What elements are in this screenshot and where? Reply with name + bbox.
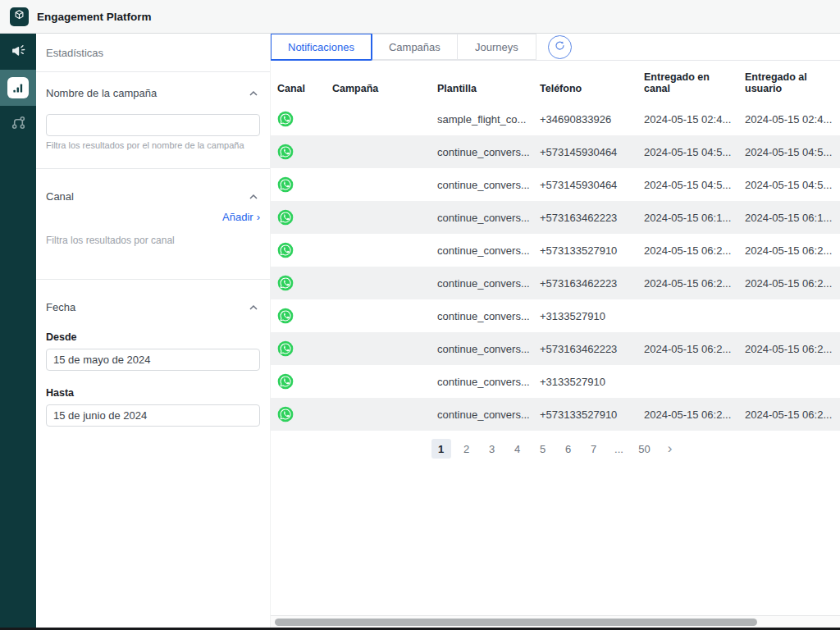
filter-date: Fecha Desde Hasta <box>36 280 270 446</box>
chevron-up-icon <box>249 190 258 203</box>
cell-phone: +3133527910 <box>540 365 644 398</box>
table-row: continue_convers... +573163462223 2024-0… <box>271 201 840 234</box>
campaign-name-input[interactable] <box>46 114 260 136</box>
cell-phone: +573145930464 <box>540 168 644 201</box>
tab-notificaciones[interactable]: Notificaciones <box>271 34 372 61</box>
sidebar-item-journeys[interactable] <box>0 106 36 142</box>
app-window: Engagement Platform <box>0 0 840 630</box>
table-row: sample_flight_co... +34690833926 2024-05… <box>271 103 840 135</box>
column-header: Entregado al usuario <box>745 66 840 103</box>
whatsapp-icon <box>277 176 327 193</box>
cell-phone: +573133527910 <box>540 398 644 431</box>
pagination-page-50[interactable]: 50 <box>635 439 655 459</box>
channel-helper-text: Filtra los resultados por canal <box>46 235 260 246</box>
cell-delivered-user: 2024-05-15 06:2... <box>745 398 840 431</box>
whatsapp-icon <box>277 144 327 160</box>
cell-delivered-channel: 2024-05-15 06:2... <box>644 398 745 431</box>
cell-phone: +573163462223 <box>540 332 644 365</box>
add-channel-link[interactable]: Añadir › <box>46 211 260 223</box>
chevron-right-icon: › <box>257 211 260 223</box>
column-header: Teléfono <box>540 66 644 103</box>
collapse-channel-filter-button[interactable] <box>247 189 260 204</box>
table-row: continue_convers... +3133527910 <box>271 299 840 332</box>
bar-chart-icon <box>7 77 29 98</box>
cell-delivered-user <box>745 365 840 398</box>
whatsapp-icon <box>277 308 327 324</box>
pagination-page-3[interactable]: 3 <box>482 439 502 459</box>
cell-template: continue_convers... <box>437 365 540 398</box>
sidebar-item-campaigns[interactable] <box>0 34 36 70</box>
pagination-page-7[interactable]: 7 <box>584 439 604 459</box>
channel-filter-title: Canal <box>46 190 74 203</box>
cell-delivered-user: 2024-05-15 04:5... <box>745 135 840 168</box>
date-filter-title: Fecha <box>46 301 75 313</box>
cell-delivered-channel <box>644 299 745 332</box>
column-header: Campaña <box>332 66 437 103</box>
cell-delivered-channel: 2024-05-15 06:2... <box>644 234 745 267</box>
add-channel-label: Añadir <box>222 211 253 223</box>
scrollbar-thumb[interactable] <box>275 619 757 626</box>
table-row: continue_convers... +573145930464 2024-0… <box>271 135 840 168</box>
cell-campaign <box>332 267 437 299</box>
date-to-input[interactable] <box>46 404 260 427</box>
app-logo <box>10 7 29 26</box>
cell-phone: +573163462223 <box>540 201 644 234</box>
cell-campaign <box>332 234 437 267</box>
collapse-date-filter-button[interactable] <box>247 299 260 315</box>
pagination-page-1[interactable]: 1 <box>431 439 451 459</box>
pagination-page-2[interactable]: 2 <box>457 439 477 459</box>
whatsapp-icon <box>277 340 327 357</box>
pagination-page-6[interactable]: 6 <box>559 439 578 459</box>
horizontal-scrollbar[interactable] <box>271 615 840 628</box>
cell-campaign <box>332 365 437 398</box>
tab-journeys[interactable]: Journeys <box>458 34 536 60</box>
pagination-next-button[interactable]: › <box>660 439 680 459</box>
cell-phone: +3133527910 <box>540 299 644 332</box>
cell-delivered-user: 2024-05-15 02:4... <box>745 103 840 135</box>
refresh-icon <box>554 39 566 54</box>
cell-template: sample_flight_co... <box>437 103 540 135</box>
cell-delivered-channel: 2024-05-15 06:2... <box>644 267 745 299</box>
cell-delivered-user: 2024-05-15 06:2... <box>745 267 840 299</box>
cell-phone: +573145930464 <box>540 135 644 168</box>
cell-delivered-user: 2024-05-15 06:1... <box>745 201 840 234</box>
cell-delivered-user <box>745 299 840 332</box>
tab-campañas[interactable]: Campañas <box>372 34 458 60</box>
cell-campaign <box>332 168 437 201</box>
table-row: continue_convers... +573133527910 2024-0… <box>271 234 840 267</box>
campaign-name-filter-title: Nombre de la campaña <box>46 87 157 99</box>
cell-delivered-channel: 2024-05-15 06:2... <box>644 332 745 365</box>
page-title: Estadísticas <box>36 34 270 72</box>
cell-delivered-user: 2024-05-15 06:2... <box>745 234 840 267</box>
cell-delivered-channel: 2024-05-15 04:5... <box>644 168 745 201</box>
filter-channel: Canal Añadir › Filtra los resultados por… <box>36 169 270 280</box>
cell-phone: +573133527910 <box>540 234 644 267</box>
pagination: 1234567...50› <box>271 439 840 459</box>
megaphone-icon <box>10 42 27 62</box>
chevron-up-icon <box>249 301 258 313</box>
cell-template: continue_convers... <box>437 398 540 431</box>
table-row: continue_convers... +573163462223 2024-0… <box>271 332 840 365</box>
date-from-input[interactable] <box>46 349 260 371</box>
cell-template: continue_convers... <box>437 168 540 201</box>
cell-campaign <box>332 332 437 365</box>
date-to-label: Hasta <box>46 387 260 399</box>
journey-icon <box>10 114 27 135</box>
collapse-campaign-filter-button[interactable] <box>247 85 260 101</box>
whatsapp-icon <box>277 275 327 291</box>
filter-panel: Estadísticas Nombre de la campaña Filtra… <box>36 34 271 628</box>
cell-delivered-user: 2024-05-15 04:5... <box>745 168 840 201</box>
cell-template: continue_convers... <box>437 234 540 267</box>
tab-bar: NotificacionesCampañasJourneys <box>271 34 840 61</box>
pagination-page-5[interactable]: 5 <box>533 439 553 459</box>
column-header: Plantilla <box>437 66 540 103</box>
cell-template: continue_convers... <box>437 332 540 365</box>
cell-delivered-channel: 2024-05-15 06:1... <box>644 201 745 234</box>
tabs: NotificacionesCampañasJourneys <box>271 34 536 60</box>
filter-campaign-name: Nombre de la campaña Filtra los resultad… <box>36 72 270 169</box>
cell-campaign <box>332 299 437 332</box>
refresh-button[interactable] <box>548 35 572 59</box>
sidebar-item-statistics[interactable] <box>0 70 36 106</box>
app-title: Engagement Platform <box>37 11 152 23</box>
pagination-page-4[interactable]: 4 <box>508 439 527 459</box>
